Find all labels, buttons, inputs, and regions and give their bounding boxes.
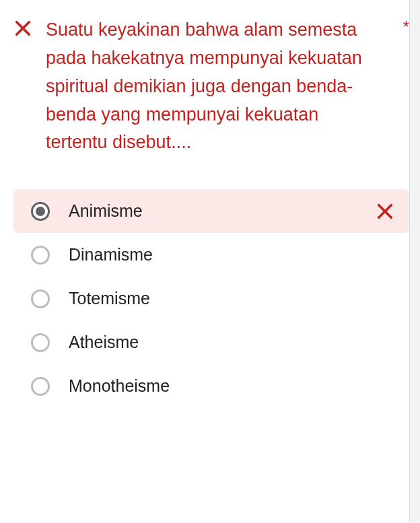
scrollbar-track[interactable]: [409, 0, 420, 523]
option-monotheisme[interactable]: Monotheisme: [13, 364, 409, 408]
option-label: Animisme: [69, 201, 357, 221]
incorrect-icon: [13, 19, 32, 38]
option-totemisme[interactable]: Totemisme: [13, 277, 409, 320]
question-text: Suatu keyakinan bahwa alam semesta pada …: [46, 16, 390, 157]
options-list: Animisme Dinamisme Totemisme Atheisme Mo…: [13, 189, 409, 408]
radio-icon: [31, 333, 50, 352]
option-label: Monotheisme: [69, 376, 394, 396]
wrong-icon: [376, 202, 394, 221]
option-animisme[interactable]: Animisme: [13, 189, 409, 233]
option-label: Atheisme: [69, 333, 394, 352]
radio-icon: [31, 289, 50, 308]
question-header: Suatu keyakinan bahwa alam semesta pada …: [13, 16, 409, 157]
required-marker: *: [403, 18, 409, 36]
option-label: Totemisme: [69, 289, 394, 308]
radio-icon: [31, 246, 50, 265]
radio-icon: [31, 202, 50, 221]
option-atheisme[interactable]: Atheisme: [13, 320, 409, 364]
option-dinamisme[interactable]: Dinamisme: [13, 233, 409, 277]
radio-icon: [31, 377, 50, 396]
option-label: Dinamisme: [69, 245, 394, 265]
